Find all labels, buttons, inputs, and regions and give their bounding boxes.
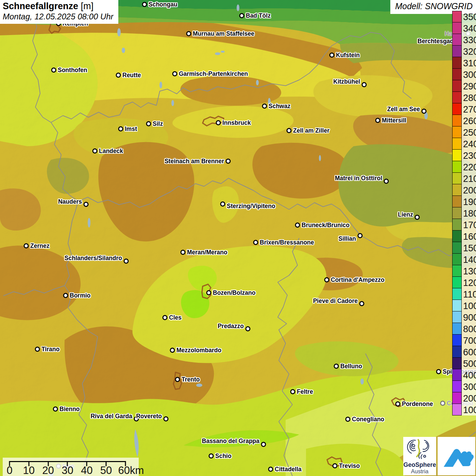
legend-swatch-800 [452, 323, 462, 335]
city-dot [116, 73, 121, 78]
title-box: Schneefallgrenze [m] Montag, 12.05.2025 … [0, 0, 118, 24]
city-dot [262, 104, 267, 109]
city-label: Cles [169, 314, 182, 321]
city-dot [53, 407, 58, 412]
legend-value-1800: 1800 [463, 208, 476, 219]
geosphere-contour-icon [403, 437, 436, 461]
legend-value-1000: 1000 [463, 301, 476, 311]
city-dot [142, 2, 147, 7]
legend-value-3500: 3500 [463, 12, 476, 22]
city-dot [24, 243, 29, 249]
city-label: Bormio [70, 292, 90, 299]
legend-value-300: 300 [463, 382, 476, 392]
legend-value-2000: 2000 [463, 185, 476, 196]
legend-swatch-3100 [452, 57, 462, 69]
city-label: Schongau [149, 1, 177, 8]
city-dot [175, 377, 180, 382]
legend-swatch-3500 [452, 11, 462, 22]
geosphere-country: Austria [403, 468, 436, 475]
city-label: Kitzbühel [333, 78, 360, 85]
legend-value-2100: 2100 [463, 174, 476, 184]
legend-value-3200: 3200 [463, 47, 476, 57]
legend-swatch-1200 [452, 277, 462, 288]
city-label: Feltre [297, 388, 313, 395]
city-dot [436, 369, 441, 374]
legend-swatch-300 [452, 381, 462, 392]
city-label: Murnau am Staffelsee [193, 30, 254, 37]
city-label: Rovereto [136, 413, 162, 420]
city-dot [395, 402, 401, 407]
legend-value-700: 700 [463, 336, 476, 346]
city-dot [261, 442, 266, 447]
legend-swatch-3300 [452, 34, 462, 46]
legend-swatch-900 [452, 311, 462, 323]
city-dot [333, 463, 338, 469]
city-label: Riva del Garda [90, 413, 132, 420]
legend-value-2300: 2300 [463, 151, 476, 161]
city-label: Lienz [398, 211, 413, 218]
scalebar-label: 50 [100, 464, 112, 476]
scalebar-label: 0 [6, 464, 12, 476]
weather-map-stage: SchongauBad TölzKemptenMurnau am Staffel… [0, 0, 476, 476]
snowgrid-logo-box [438, 437, 475, 475]
city-dot [295, 223, 300, 228]
city-label: Cortina d'Ampezzo [331, 276, 385, 284]
legend-value-3300: 3300 [463, 35, 476, 46]
city-dot [92, 149, 98, 154]
city-dot [35, 347, 40, 352]
city-dot [345, 417, 351, 422]
scalebar-label: 10 [23, 464, 35, 476]
legend-value-1900: 1900 [463, 197, 476, 207]
city-label: Meran/Merano [187, 249, 227, 256]
city-dot [216, 120, 221, 125]
city-label: Treviso [339, 462, 360, 470]
legend-value-1400: 1400 [463, 255, 476, 265]
legend-swatch-1500 [452, 242, 462, 254]
map-title: Schneefallgrenze [m] [3, 1, 114, 12]
geosphere-logo-box: GeoSphere Austria [403, 437, 436, 475]
legend-swatch-2900 [452, 80, 462, 92]
city-label: Landeck [99, 148, 123, 155]
legend-value-500: 500 [463, 359, 476, 369]
legend-swatch-3000 [452, 69, 462, 80]
legend-value-2800: 2800 [463, 93, 476, 103]
title-parameter: Schneefallgrenze [3, 1, 78, 11]
city-label: Imst [125, 125, 137, 133]
legend-swatch-1900 [452, 196, 462, 207]
city-label: Garmisch-Partenkirchen [179, 70, 248, 78]
title-unit: [m] [81, 1, 94, 11]
legend-swatch-2500 [452, 126, 462, 138]
city-label: Trento [182, 376, 200, 383]
city-dot [163, 315, 168, 320]
city-label: Bruneck/Brunico [302, 222, 350, 229]
legend-swatch-1100 [452, 288, 462, 300]
city-label: Bad Tölz [246, 12, 271, 19]
legend-value-400: 400 [463, 370, 476, 381]
legend-value-2700: 2700 [463, 104, 476, 115]
city-dot [124, 259, 129, 264]
legend-value-900: 900 [463, 312, 476, 323]
city-dot [164, 417, 169, 422]
city-label: Conegliano [352, 416, 384, 423]
city-label: Cittadella [275, 466, 302, 473]
legend-value-3000: 3000 [463, 70, 476, 80]
city-dot [384, 179, 389, 184]
city-dot [245, 326, 251, 332]
snowgrid-mountain-icon [438, 437, 475, 475]
city-label: Bienno [60, 406, 80, 413]
scalebar-label: 20 [42, 464, 54, 476]
city-label: Bassano del Grappa [202, 438, 259, 445]
legend-value-1100: 1100 [463, 289, 476, 300]
city-dot [206, 290, 211, 295]
legend-swatch-400 [452, 369, 462, 381]
city-label: Schlanders/Silandro [65, 255, 122, 262]
legend-value-1300: 1300 [463, 266, 476, 277]
legend-swatch-2700 [452, 103, 462, 115]
city-label: Innsbruck [222, 119, 251, 126]
city-dot [253, 240, 258, 245]
legend-value-200: 200 [463, 393, 476, 404]
city-dot [181, 250, 186, 255]
legend-swatch-1000 [452, 300, 462, 311]
legend-swatch-2300 [452, 150, 462, 161]
city-dot [209, 454, 214, 459]
